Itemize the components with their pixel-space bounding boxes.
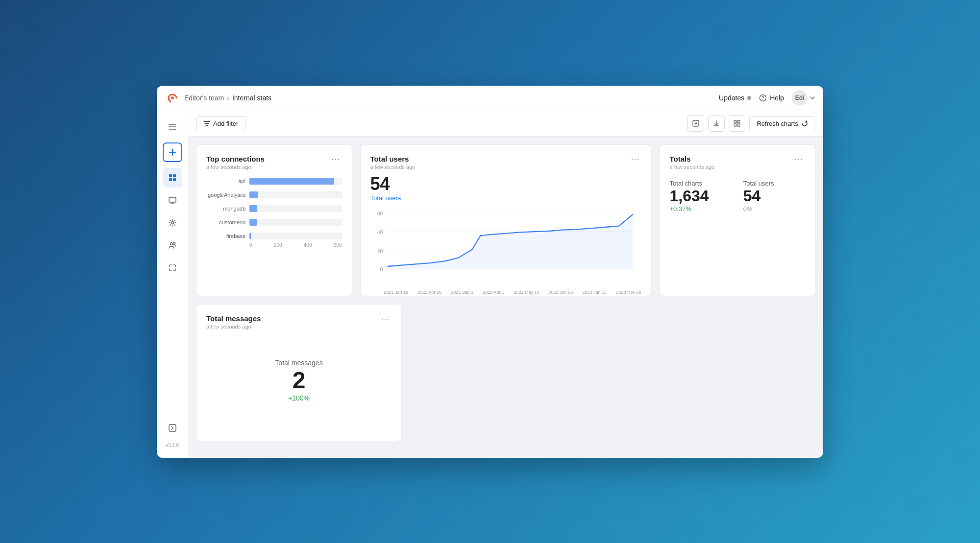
total-users-menu-button[interactable]: ⋯ [629,155,641,164]
bar-track-api [249,178,342,185]
bar-row-mongodb: mongodb [206,205,342,212]
empty-space-row2 [410,304,815,441]
total-charts-label: Total charts [670,180,732,187]
sidebar-expand-button[interactable] [163,418,182,438]
layout-button[interactable] [729,115,745,132]
sidebar-item-settings[interactable] [163,213,182,233]
total-messages-subtitle: a few seconds ago [206,324,261,330]
add-button[interactable] [163,142,182,162]
bar-row-googleanalytics: googleAnalytics [206,191,342,198]
svg-rect-2 [169,174,172,177]
bar-fill-firebase [249,233,251,239]
breadcrumb: Editor's team › Internal stats [184,94,271,102]
top-connections-bar-chart: api googleAnalytics [206,178,342,239]
svg-point-7 [171,221,173,224]
bar-row-firebase: firebase [206,233,342,239]
bar-label-googleanalytics: googleAnalytics [206,192,245,198]
bar-label-api: api [206,178,245,184]
sidebar-item-integrations[interactable] [163,258,182,278]
total-charts-value: 1,634 [670,187,732,205]
total-users-chart: 60 40 20 0 2021 Jan 19 [370,208,641,286]
total-messages-value: 2 [293,369,306,392]
total-charts-change: +0.37% [670,205,732,212]
content-area: Add filter Refresh charts [188,111,823,458]
dashboard-grid: Top connections a few seconds ago ⋯ api [188,137,823,458]
top-connections-card: Top connections a few seconds ago ⋯ api [196,144,352,296]
total-messages-title: Total messages [206,314,261,323]
totals-subtitle: a few seconds ago [670,164,715,170]
x-axis-labels: 2021 Jan 19 2021 Apr 28 2021 Sep 2 2022 … [370,290,641,295]
bar-fill-mongodb [249,205,257,212]
totals-title: Totals [670,155,715,163]
bar-track-mongodb [249,205,342,212]
updates-label: Updates [719,94,744,102]
svg-rect-12 [734,120,736,123]
top-connections-subtitle: a few seconds ago [206,164,265,170]
breadcrumb-current: Internal stats [232,94,271,102]
bar-track-firebase [249,233,342,239]
menu-toggle-button[interactable] [163,117,182,137]
svg-text:40: 40 [377,229,383,235]
logo [165,90,180,106]
svg-rect-6 [169,197,176,202]
svg-point-0 [171,96,174,99]
svg-rect-13 [737,120,740,123]
bar-label-mongodb: mongodb [206,206,245,212]
svg-point-9 [173,242,175,244]
help-label: Help [770,94,784,102]
sidebar-item-monitor[interactable] [163,190,182,210]
add-filter-button[interactable]: Add filter [196,116,245,131]
total-messages-menu-button[interactable]: ⋯ [379,314,392,323]
bar-fill-api [249,178,334,185]
bar-row-api: api [206,178,342,185]
sidebar-bottom: v3.1.0 [163,418,182,452]
share-button[interactable] [687,115,704,132]
sidebar-top [163,117,182,418]
svg-rect-5 [173,178,176,181]
updates-badge[interactable]: Updates [719,94,751,102]
grid-row-2: Total messages a few seconds ago ⋯ Total… [196,304,815,441]
updates-dot [747,96,751,100]
total-messages-change: +100% [288,394,310,402]
header-right: Updates Help Edi [719,90,815,106]
grid-row-1: Top connections a few seconds ago ⋯ api [196,144,815,296]
app-container: Editor's team › Internal stats Updates H… [157,86,823,458]
header-left: Editor's team › Internal stats [165,90,271,106]
download-button[interactable] [708,115,725,132]
top-connections-menu-button[interactable]: ⋯ [329,155,342,164]
avatar-dropdown[interactable]: Edi [792,90,815,106]
total-users-subtitle: a few seconds ago [370,164,416,170]
add-filter-label: Add filter [213,120,238,127]
total-messages-header: Total messages a few seconds ago ⋯ [206,314,392,330]
avatar[interactable]: Edi [792,90,808,106]
header: Editor's team › Internal stats Updates H… [157,86,823,111]
svg-text:20: 20 [377,248,383,254]
top-connections-title: Top connections [206,155,265,163]
total-users-link[interactable]: Total users [370,194,641,202]
total-messages-card: Total messages a few seconds ago ⋯ Total… [196,304,402,441]
total-users-item: Total users 54 0% [743,180,805,212]
total-messages-center: Total messages 2 +100% [206,331,392,429]
refresh-charts-button[interactable]: Refresh charts [749,116,815,131]
bar-track-customerio [249,219,342,226]
total-users-item-label: Total users [743,180,805,187]
svg-rect-14 [734,124,736,126]
totals-menu-button[interactable]: ⋯ [792,155,805,164]
top-connections-header: Top connections a few seconds ago ⋯ [206,155,342,170]
total-charts-item: Total charts 1,634 +0.37% [670,180,732,212]
bar-track-googleanalytics [249,191,342,198]
svg-rect-15 [737,124,740,126]
totals-card: Totals a few seconds ago ⋯ Total charts … [660,144,816,296]
breadcrumb-separator: › [227,94,229,102]
main-layout: v3.1.0 Add filter [157,111,823,458]
total-users-card: Total users a few seconds ago ⋯ 54 Total… [360,144,652,296]
sidebar-item-users[interactable] [163,236,182,255]
sidebar-item-dashboard[interactable] [163,168,182,188]
help-button[interactable]: Help [759,94,784,102]
bar-fill-googleanalytics [249,191,258,198]
total-users-header: Total users a few seconds ago ⋯ [370,155,641,170]
total-messages-label: Total messages [275,359,322,367]
svg-rect-3 [173,174,176,177]
bar-fill-customerio [249,219,257,226]
svg-text:0: 0 [380,267,383,272]
